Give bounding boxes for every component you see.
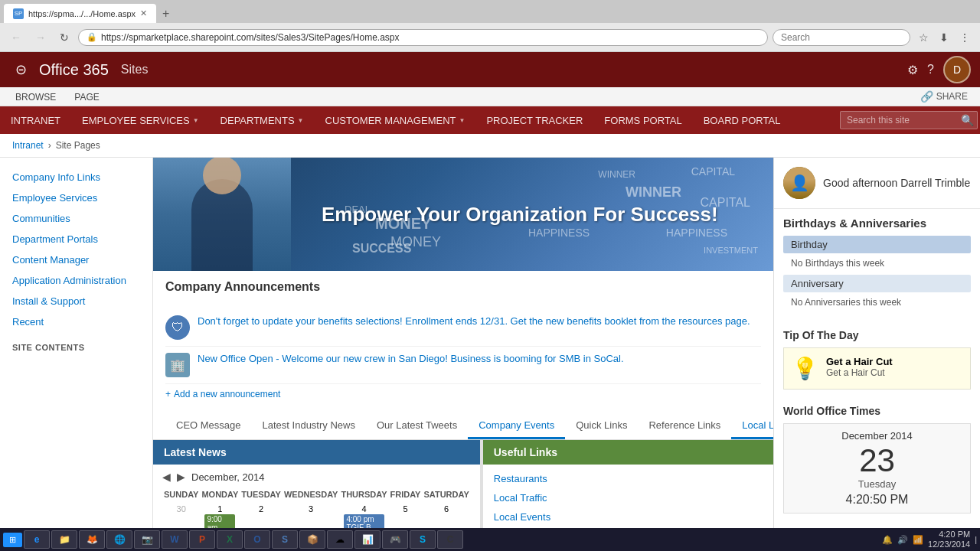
announcement-icon-1: 🛡 [165,315,190,340]
taskbar-app-camera[interactable]: 📷 [134,530,160,549]
calendar-nav: ◀ ▶ December, 2014 [162,471,471,483]
nav-item-project-tracker[interactable]: PROJECT TRACKER [475,106,593,134]
calendar-next-button[interactable]: ▶ [177,471,185,483]
calendar-month-year: December, 2014 [191,471,264,483]
new-tab-button[interactable]: + [156,5,175,22]
tab-ceo-message[interactable]: CEO Message [165,413,252,439]
taskbar-app-cloud[interactable]: ☁ [327,530,353,549]
sidebar-item-app-admin[interactable]: Application Administration [0,270,152,291]
useful-link-local-traffic[interactable]: Local Traffic [494,488,763,507]
tab-local-links[interactable]: Local Links [731,413,773,439]
close-tab-button[interactable]: ✕ [140,8,147,18]
taskbar-app-chrome[interactable]: 🌐 [106,530,132,549]
sidebar-item-install-support[interactable]: Install & Support [0,291,152,311]
tip-body: Get a Hair Cut [826,367,893,378]
reload-button[interactable]: ↻ [55,29,74,46]
useful-link-local-events[interactable]: Local Events [494,507,763,527]
wc-word-happiness: HAPPINESS [666,227,727,239]
nav-item-customer-mgmt[interactable]: CUSTOMER MANAGEMENT ▼ [315,106,476,134]
plus-icon: + [165,389,171,399]
sidebar-section-contents: SITE CONTENTS [0,337,152,355]
sites-label: Sites [121,63,149,77]
nav-item-forms-portal[interactable]: FORMS PORTAL [593,106,692,134]
word-icon: W [168,533,181,546]
banner-word-cloud: WINNER WINNER CAPITAL CAPITAL HAPPINESS … [153,158,773,271]
taskbar-app-lync[interactable]: S [272,530,298,549]
user-avatar[interactable]: D [943,56,971,83]
browser-icons: ☆ ⬇ ⋮ [915,29,974,46]
bookmark-icon[interactable]: ☆ [915,29,933,46]
tab-reference-links[interactable]: Reference Links [638,413,731,439]
tab-quick-links[interactable]: Quick Links [565,413,638,439]
settings-gear-icon[interactable]: ⚙ [907,63,918,77]
sidebar-item-department-portals[interactable]: Department Portals [0,229,152,249]
wc-word-capital1: CAPITAL [691,165,735,178]
announcement-item-2: 🏢 New Office Open - Welcome our new crew… [165,347,761,384]
tab-our-latest-tweets[interactable]: Our Latest Tweets [366,413,468,439]
taskbar-app-outlook[interactable]: O [244,530,270,549]
ribbon-tab-page[interactable]: PAGE [65,87,108,106]
share-icon: 🔗 [920,90,933,103]
sp-navbar: INTRANET EMPLOYEE SERVICES ▼ DEPARTMENTS… [0,106,980,134]
calendar-prev-button[interactable]: ◀ [162,471,171,483]
anniversary-tab[interactable]: Anniversary [783,275,971,292]
taskbar-app-excel[interactable]: X [217,530,243,549]
browser-tab[interactable]: SP https://spma.../.../Home.aspx ✕ [4,4,156,23]
sidebar-item-content-manager[interactable]: Content Manager [0,249,152,270]
no-anniversaries-text: No Anniversaries this week [783,295,971,314]
taskbar-app-game[interactable]: 🎮 [382,530,408,549]
nav-item-intranet[interactable]: INTRANET [0,106,71,134]
nav-search-input[interactable] [840,111,978,129]
waffle-menu-icon[interactable]: ⊝ [9,55,33,84]
sidebar-item-company-info[interactable]: Company Info Links [0,167,152,187]
excel-icon: X [224,533,236,546]
taskbar-show-desktop[interactable]: | [975,535,977,544]
sidebar-item-employee-services[interactable]: Employee Services [0,187,152,208]
taskbar-app-powerpoint[interactable]: P [189,530,215,549]
game-icon: 🎮 [389,533,401,546]
announcement-link-1[interactable]: Don't forget to update your benefits sel… [198,315,750,327]
address-bar[interactable]: 🔒 https://spmarketplace.sharepoint.com/s… [78,29,768,46]
taskbar-volume-icon: 🔊 [897,535,908,545]
useful-link-restaurants[interactable]: Restaurants [494,469,763,488]
taskbar-app-firefox[interactable]: 🦊 [79,530,105,549]
nav-item-board-portal[interactable]: BOARD PORTAL [693,106,792,134]
taskbar: ⊞ e 📁 🦊 🌐 📷 W P X O S 📦 ☁ 📊 🎮 S C [0,528,980,551]
taskbar-app-other[interactable]: C [437,530,463,549]
announcement-link-2[interactable]: New Office Open - Welcome our new crew i… [198,353,624,364]
add-announcement-button[interactable]: + Add a new announcement [165,384,280,404]
taskbar-app-explorer[interactable]: 📁 [51,530,77,549]
download-icon[interactable]: ⬇ [936,29,952,46]
nav-item-employee-services[interactable]: EMPLOYEE SERVICES ▼ [71,106,210,134]
wc-word-investment: INVESTMENT [704,246,758,255]
tab-latest-industry-news[interactable]: Latest Industry News [252,413,366,439]
wc-word-deal: DEAL [345,204,371,215]
sidebar-item-communities[interactable]: Communities [0,208,152,229]
browser-search-input[interactable] [781,32,888,43]
start-button[interactable]: ⊞ [3,533,22,547]
world-time-display: 4:20:50 PM [790,493,964,507]
breadcrumb-intranet[interactable]: Intranet [12,140,44,151]
help-icon[interactable]: ? [927,63,934,77]
back-button[interactable]: ← [6,29,26,46]
tab-company-events[interactable]: Company Events [468,413,565,439]
taskbar-app-chart[interactable]: 📊 [354,530,381,549]
forward-button[interactable]: → [31,29,51,46]
birthday-tab[interactable]: Birthday [783,236,971,253]
appbar-right: ⚙ ? D [907,56,971,83]
sidebar-item-recent[interactable]: Recent [0,311,152,332]
ribbon-tab-browse[interactable]: BROWSE [6,87,65,106]
taskbar-app-sp[interactable]: 📦 [299,530,325,549]
user-avatar-image: 👤 [783,167,815,199]
office-icon: 🏢 [165,353,190,377]
settings-icon[interactable]: ⋮ [956,29,974,46]
taskbar-app-ie[interactable]: e [24,530,50,549]
cal-header-thu: THURSDAY [339,487,388,501]
nav-item-departments[interactable]: DEPARTMENTS ▼ [210,106,315,134]
browser-search-bar[interactable] [773,29,910,46]
taskbar-app-skype[interactable]: S [410,530,436,549]
content-area: Empower Your Organization For Success! W… [153,158,773,544]
taskbar-app-word[interactable]: W [162,530,188,549]
share-button[interactable]: 🔗 SHARE [914,87,974,106]
world-month-year: December 2014 [790,430,964,442]
